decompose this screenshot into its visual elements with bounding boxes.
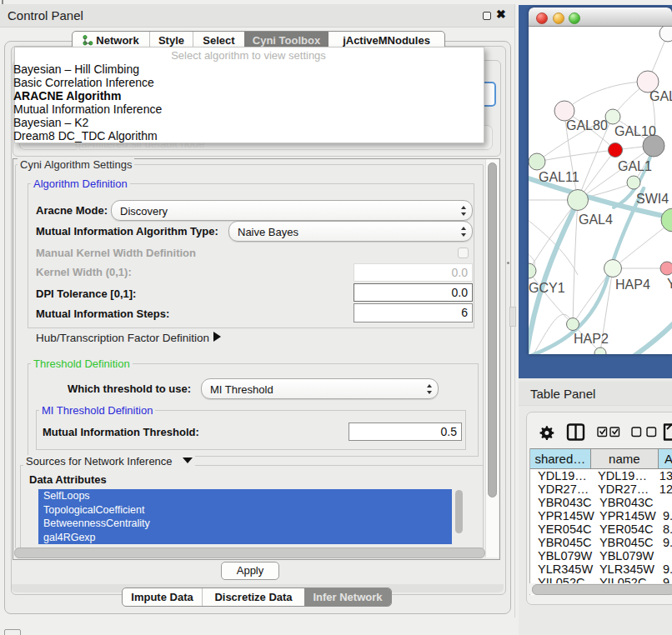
svg-text:GCY1: GCY1	[529, 281, 565, 295]
svg-text:GAL2: GAL2	[649, 89, 672, 103]
svg-text:HAP2: HAP2	[574, 332, 609, 346]
svg-text:GAL11: GAL11	[539, 170, 579, 184]
svg-text:Y: Y	[667, 277, 672, 291]
svg-text:GAL1: GAL1	[618, 159, 652, 173]
svg-text:HAP4: HAP4	[615, 278, 650, 292]
svg-text:GAL80: GAL80	[566, 118, 608, 132]
svg-text:SWI4: SWI4	[636, 192, 669, 206]
svg-text:GAL10: GAL10	[614, 124, 656, 138]
svg-text:GAL4: GAL4	[579, 212, 613, 227]
